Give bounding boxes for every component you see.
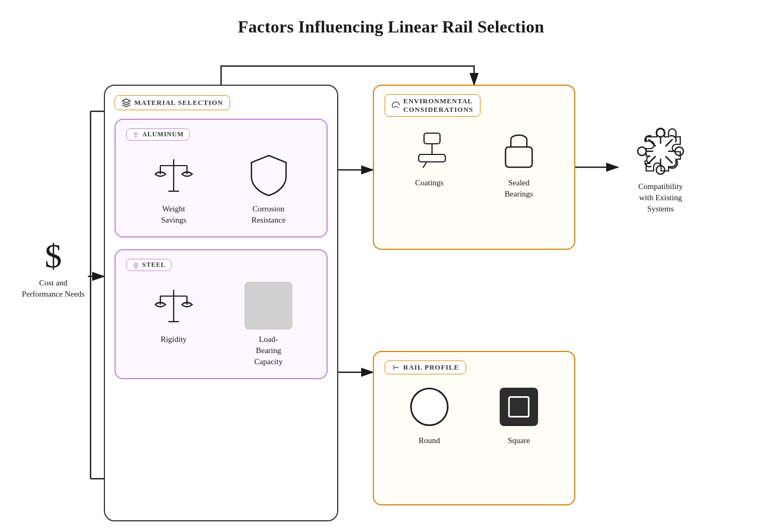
cost-node: $ Cost and Performance Needs — [21, 239, 85, 300]
coatings-label: Coatings — [395, 177, 464, 189]
shield-icon — [234, 151, 303, 199]
env-tag-label: ENVIRONMENTALCONSIDERATIONS — [403, 97, 474, 114]
rigidity-label: Rigidity — [139, 334, 208, 345]
svg-rect-24 — [419, 154, 445, 162]
env-items: Coatings SealedBearings — [385, 125, 564, 200]
svg-point-13 — [135, 264, 137, 266]
dollar-icon: $ — [21, 239, 85, 273]
page-title: Factors Influencing Linear Rail Selectio… — [0, 0, 782, 37]
sealed-bearings-icon — [484, 125, 553, 173]
aluminum-tag: ALUMINUM — [126, 128, 190, 141]
material-selection-box: MATERIAL SELECTION ALUMINUM — [104, 85, 338, 521]
puzzle-icon — [618, 125, 703, 178]
aluminum-box: ALUMINUM — [115, 119, 328, 238]
svg-point-14 — [134, 263, 138, 267]
aluminum-items: WeightSavings CorrosionResistance — [126, 151, 316, 226]
rail-header: RAIL PROFILE — [385, 361, 564, 374]
steel-tag: STEEL — [126, 259, 172, 271]
round-icon — [395, 383, 464, 431]
rigidity-item: Rigidity — [139, 282, 208, 345]
square-item: Square — [484, 383, 553, 446]
scales-icon — [139, 151, 208, 199]
svg-marker-6 — [123, 99, 131, 103]
svg-line-25 — [423, 162, 427, 168]
compatibility-node: Compatibilitywith ExistingSystems — [618, 125, 703, 215]
rail-profile-box: RAIL PROFILE Round Square — [373, 351, 575, 505]
material-header: MATERIAL SELECTION — [115, 95, 328, 110]
weight-savings-item: WeightSavings — [139, 151, 208, 226]
square-shape — [500, 388, 538, 426]
load-bearing-icon — [234, 282, 303, 330]
circle-shape — [410, 388, 449, 426]
compat-label: Compatibilitywith ExistingSystems — [618, 181, 703, 215]
square-icon-cell — [484, 383, 553, 431]
round-item: Round — [395, 383, 464, 446]
svg-point-7 — [135, 136, 136, 137]
aluminum-header: ALUMINUM — [126, 128, 316, 141]
coatings-icon — [395, 125, 464, 173]
steel-items: Rigidity Load-BearingCapacity — [126, 282, 316, 367]
corrosion-resistance-item: CorrosionResistance — [234, 151, 303, 226]
sealed-bearings-label: SealedBearings — [484, 177, 553, 200]
load-bearing-item: Load-BearingCapacity — [234, 282, 303, 367]
rigidity-icon — [139, 282, 208, 330]
steel-header: STEEL — [126, 259, 316, 271]
diagram-container: $ Cost and Performance Needs MATERIAL SE… — [0, 42, 782, 532]
load-bearing-label: Load-BearingCapacity — [234, 334, 303, 367]
round-label: Round — [395, 435, 464, 446]
cost-label: Cost and Performance Needs — [21, 277, 85, 300]
svg-rect-26 — [506, 147, 532, 167]
sealed-bearings-item: SealedBearings — [484, 125, 553, 200]
env-tag: ENVIRONMENTALCONSIDERATIONS — [385, 94, 480, 117]
square-label: Square — [484, 435, 553, 446]
svg-point-32 — [638, 147, 646, 155]
corrosion-resistance-label: CorrosionResistance — [234, 203, 303, 226]
environmental-box: ENVIRONMENTALCONSIDERATIONS Coatings — [373, 85, 575, 250]
env-header: ENVIRONMENTALCONSIDERATIONS — [385, 94, 564, 117]
material-tag: MATERIAL SELECTION — [115, 95, 230, 110]
rail-items: Round Square — [385, 383, 564, 446]
steel-box: STEEL — [115, 249, 328, 379]
svg-rect-22 — [424, 133, 440, 144]
coatings-item: Coatings — [395, 125, 464, 189]
rail-tag: RAIL PROFILE — [385, 361, 466, 374]
weight-savings-label: WeightSavings — [139, 203, 208, 226]
square-inner-shape — [508, 396, 530, 418]
